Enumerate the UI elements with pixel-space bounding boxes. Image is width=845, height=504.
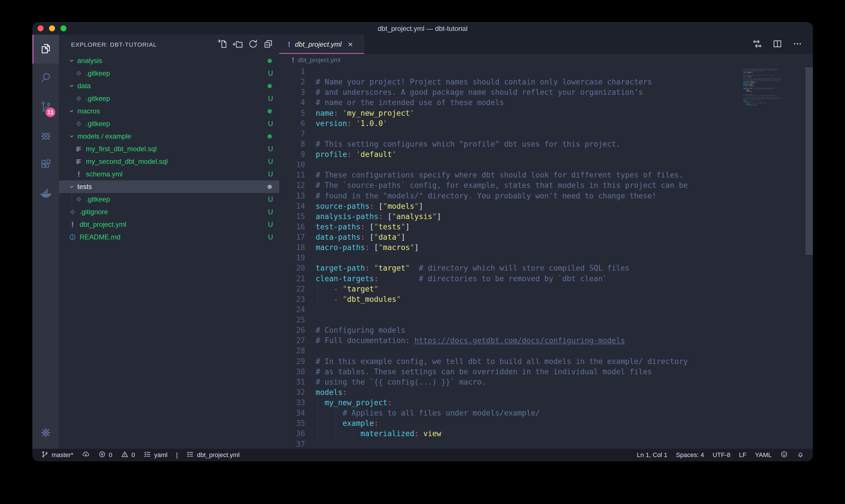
tree-file--gitignore[interactable]: .gitignoreU xyxy=(59,205,279,218)
yaml-warning-icon: ! xyxy=(292,57,294,64)
vertical-scrollbar[interactable] xyxy=(806,67,813,255)
tree-file-schema-yml[interactable]: !schema.ymlU xyxy=(59,168,279,180)
tree-folder-macros[interactable]: macros xyxy=(59,105,279,118)
tree-file--gitkeep[interactable]: .gitkeepU xyxy=(59,193,279,205)
status-language-mode[interactable]: YAML xyxy=(755,451,772,459)
tree-folder-tests[interactable]: tests xyxy=(59,180,279,193)
activity-item-source-control[interactable]: 11 xyxy=(32,92,59,122)
activity-item-search[interactable] xyxy=(32,64,59,92)
git-status-badge: U xyxy=(268,233,273,241)
line-content: name: 'my_new_project' xyxy=(316,108,414,118)
smiley-icon xyxy=(780,450,788,460)
line-number: 29 xyxy=(279,356,305,366)
debug-icon xyxy=(39,129,52,143)
activity-item-settings[interactable] xyxy=(32,419,59,448)
status-label: Spaces: 4 xyxy=(676,451,704,459)
sql-file-icon xyxy=(75,158,83,165)
code-line-7: 7 xyxy=(279,129,813,139)
refresh-explorer-button[interactable] xyxy=(248,39,258,50)
line-number: 19 xyxy=(279,253,305,263)
tree-file--gitkeep[interactable]: .gitkeepU xyxy=(59,118,279,130)
activity-item-docker[interactable] xyxy=(32,179,59,208)
line-number: 11 xyxy=(279,170,305,180)
cloud-upload-icon xyxy=(82,450,90,460)
status-separator: | xyxy=(176,451,178,459)
tree-item-label: .gitkeep xyxy=(86,120,110,128)
tree-file-readme-md[interactable]: README.mdU xyxy=(59,231,279,244)
status-warnings-count[interactable]: 0 xyxy=(121,450,135,460)
git-file-icon xyxy=(75,196,83,203)
tree-item-label: README.md xyxy=(79,233,121,241)
extensions-icon xyxy=(39,158,52,172)
new-folder-button[interactable] xyxy=(233,39,243,50)
git-status-badge: U xyxy=(268,170,273,178)
indent-guide xyxy=(72,193,72,205)
code-line-1: 1 xyxy=(279,67,813,77)
activity-item-extensions[interactable] xyxy=(32,150,59,179)
close-tab-icon[interactable]: × xyxy=(348,40,353,49)
status-cursor-position[interactable]: Ln 1, Col 1 xyxy=(637,451,667,459)
tree-file--gitkeep[interactable]: .gitkeepU xyxy=(59,67,279,79)
new-file-button[interactable] xyxy=(217,39,228,50)
tree-file--gitkeep[interactable]: .gitkeepU xyxy=(59,92,279,105)
status-label: LF xyxy=(739,451,747,459)
line-content: # using the `{{ config(...) }}` macro. xyxy=(316,377,486,387)
status-publish-changes[interactable] xyxy=(82,450,90,460)
line-content: # as tables. These settings can be overr… xyxy=(316,366,652,377)
tree-folder-models-example[interactable]: models / example xyxy=(59,130,279,143)
status-indentation[interactable]: Spaces: 4 xyxy=(676,451,704,459)
status-notifications[interactable] xyxy=(796,450,804,460)
minimap[interactable]: # Name your project! Project names shoul… xyxy=(743,67,801,449)
bell-icon xyxy=(796,450,804,460)
status-errors-count[interactable]: 0 xyxy=(98,450,112,460)
line-content: clean-targets: # directories to be remov… xyxy=(316,273,607,284)
code-line-26: 26# Configuring models xyxy=(279,325,813,335)
screenshot-canvas: dbt_project.yml — dbt-tutorial 11 EXPLOR… xyxy=(0,0,845,504)
tree-item-label: schema.yml xyxy=(86,170,123,178)
activity-bar: 11 xyxy=(32,35,59,449)
status-git-branch-status[interactable]: master* xyxy=(41,450,73,460)
line-content: # found in the "models/" directory. You … xyxy=(316,191,657,201)
code-line-22: 22 - "target" xyxy=(279,284,813,294)
activity-item-explorer[interactable] xyxy=(32,35,59,64)
chevron-down-icon xyxy=(68,133,75,140)
files-icon xyxy=(39,42,52,56)
tab-dbt-project-yml[interactable]: ! dbt_project.yml × xyxy=(279,35,364,54)
status-active-file-status[interactable]: dbt_project.yml xyxy=(186,450,239,460)
scm-changes-badge: 11 xyxy=(45,107,56,118)
code-line-8: 8# This setting configures which "profil… xyxy=(279,139,813,149)
line-number: 13 xyxy=(279,191,305,201)
line-number: 30 xyxy=(279,366,305,377)
open-changes-button[interactable] xyxy=(752,39,762,50)
split-editor-button[interactable] xyxy=(772,39,783,50)
tree-item-label: dbt_project.yml xyxy=(79,220,126,229)
code-line-20: 20target-path: "target" # directory whic… xyxy=(279,263,813,273)
breadcrumb[interactable]: ! dbt_project.yml xyxy=(279,54,813,67)
status-eol-sequence[interactable]: LF xyxy=(739,451,747,459)
title-bar: dbt_project.yml — dbt-tutorial xyxy=(32,22,813,35)
line-content: # In this example config, we tell dbt to… xyxy=(316,356,688,366)
tree-item-label: analysis xyxy=(77,57,102,65)
tree-item-label: .gitkeep xyxy=(86,195,110,203)
line-number: 9 xyxy=(279,149,305,160)
more-actions-button[interactable] xyxy=(792,39,803,50)
tree-file-my-second-dbt-model-sql[interactable]: my_second_dbt_model.sqlU xyxy=(59,155,279,168)
collapse-folders-button[interactable] xyxy=(263,39,273,50)
status-language-status-yaml[interactable]: yaml xyxy=(144,450,167,460)
activity-item-run-debug[interactable] xyxy=(32,122,59,150)
line-number: 31 xyxy=(279,377,305,387)
tree-folder-data[interactable]: data xyxy=(59,79,279,92)
tree-folder-analysis[interactable]: analysis xyxy=(59,54,279,67)
tree-file-my-first-dbt-model-sql[interactable]: my_first_dbt_model.sqlU xyxy=(59,143,279,155)
status-feedback[interactable] xyxy=(780,450,788,460)
indent-guide xyxy=(318,408,318,418)
code-line-14: 14source-paths: ["models"] xyxy=(279,201,813,211)
code-editor[interactable]: 12# Name your project! Project names sho… xyxy=(279,67,813,449)
status-encoding[interactable]: UTF-8 xyxy=(713,451,731,459)
branch-icon xyxy=(41,450,49,460)
line-number: 2 xyxy=(279,77,305,87)
tree-file-dbt-project-yml[interactable]: !dbt_project.ymlU xyxy=(59,218,279,231)
git-modified-dot xyxy=(268,185,272,189)
status-label: 0 xyxy=(131,451,135,459)
line-number: 32 xyxy=(279,387,305,397)
